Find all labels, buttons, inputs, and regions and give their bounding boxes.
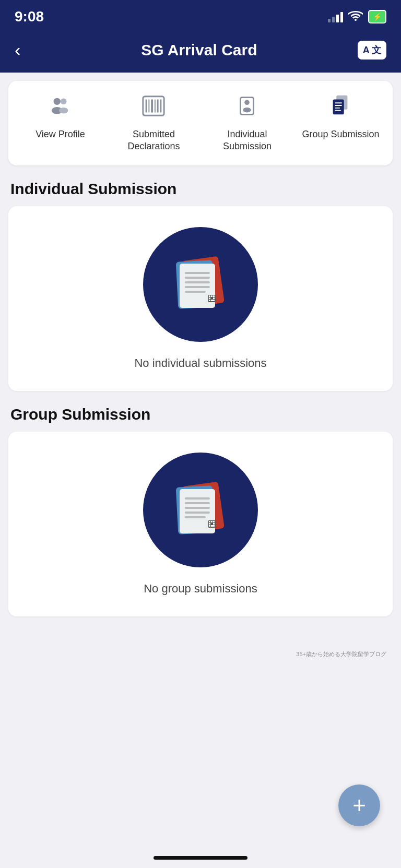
individual-submission-label: Individual Submission xyxy=(206,128,289,153)
svg-rect-26 xyxy=(185,286,210,288)
group-submission-card: No group submissions xyxy=(8,432,393,616)
svg-rect-24 xyxy=(185,277,210,279)
individual-section-title: Individual Submission xyxy=(8,180,393,198)
add-button[interactable]: + xyxy=(338,784,380,826)
page-title: SG Arrival Card xyxy=(41,41,358,59)
svg-rect-32 xyxy=(209,298,210,299)
svg-rect-8 xyxy=(155,100,156,113)
svg-point-3 xyxy=(60,108,68,114)
group-empty-label: No group submissions xyxy=(144,582,257,596)
svg-rect-10 xyxy=(160,100,162,113)
status-bar: 9:08 ⚡ xyxy=(0,0,401,31)
svg-rect-46 xyxy=(211,521,213,522)
svg-rect-50 xyxy=(209,525,210,527)
svg-rect-18 xyxy=(335,108,340,109)
svg-rect-15 xyxy=(333,100,344,115)
quick-actions-card: View Profile Submitted Declarations xyxy=(8,81,393,165)
submitted-declarations-label: Submitted Declarations xyxy=(113,128,195,153)
svg-rect-49 xyxy=(213,523,215,525)
svg-rect-41 xyxy=(185,507,210,509)
barcode-icon xyxy=(141,93,166,122)
svg-rect-51 xyxy=(211,525,215,527)
svg-point-13 xyxy=(243,108,251,113)
person-group-icon xyxy=(48,93,73,122)
svg-rect-27 xyxy=(185,291,206,293)
svg-point-12 xyxy=(245,100,250,105)
plus-icon: + xyxy=(352,794,366,817)
svg-rect-30 xyxy=(211,295,213,297)
svg-rect-31 xyxy=(213,295,215,297)
main-content: View Profile Submitted Declarations xyxy=(0,73,401,671)
svg-rect-16 xyxy=(335,102,342,103)
svg-rect-35 xyxy=(211,300,215,301)
svg-rect-43 xyxy=(185,516,206,518)
bottom-area: 35+歳から始める大学院留学ブログ xyxy=(8,631,393,662)
svg-rect-6 xyxy=(149,100,150,113)
watermark-text: 35+歳から始める大学院留学ブログ xyxy=(296,650,386,658)
group-section-title: Group Submission xyxy=(8,406,393,423)
svg-rect-23 xyxy=(185,272,210,274)
svg-rect-42 xyxy=(185,512,210,514)
svg-rect-47 xyxy=(213,521,215,522)
person-doc-icon xyxy=(234,93,260,122)
svg-rect-25 xyxy=(185,281,210,283)
individual-empty-label: No individual submissions xyxy=(134,356,266,370)
signal-icon xyxy=(328,11,343,22)
svg-rect-9 xyxy=(157,100,159,113)
status-icons: ⚡ xyxy=(328,9,386,24)
svg-point-0 xyxy=(54,98,61,105)
svg-rect-33 xyxy=(213,298,215,299)
svg-rect-29 xyxy=(209,295,210,297)
home-indicator xyxy=(154,856,247,860)
battery-icon: ⚡ xyxy=(368,10,386,23)
individual-doc-illustration xyxy=(143,227,258,342)
svg-rect-19 xyxy=(335,110,341,111)
svg-point-2 xyxy=(61,99,67,105)
group-submission-label: Group Submission xyxy=(302,128,379,140)
individual-submission-card: No individual submissions xyxy=(8,206,393,391)
action-group-submission[interactable]: Group Submission xyxy=(300,93,382,153)
action-individual-submission[interactable]: Individual Submission xyxy=(206,93,289,153)
action-view-profile[interactable]: View Profile xyxy=(19,93,102,153)
svg-rect-45 xyxy=(209,521,210,522)
svg-rect-7 xyxy=(151,100,154,113)
view-profile-label: View Profile xyxy=(36,128,85,140)
back-button[interactable]: ‹ xyxy=(15,40,41,60)
svg-rect-34 xyxy=(209,300,210,301)
svg-rect-39 xyxy=(185,497,210,500)
group-docs-icon xyxy=(328,93,353,122)
group-doc-illustration xyxy=(143,453,258,567)
wifi-icon xyxy=(348,9,363,24)
status-time: 9:08 xyxy=(15,8,44,25)
svg-rect-40 xyxy=(185,502,210,504)
svg-rect-48 xyxy=(209,523,210,525)
action-submitted-declarations[interactable]: Submitted Declarations xyxy=(113,93,195,153)
app-header: ‹ SG Arrival Card A 文 xyxy=(0,31,401,73)
svg-rect-5 xyxy=(146,100,147,113)
translate-button[interactable]: A 文 xyxy=(358,41,386,60)
svg-rect-17 xyxy=(335,105,342,106)
